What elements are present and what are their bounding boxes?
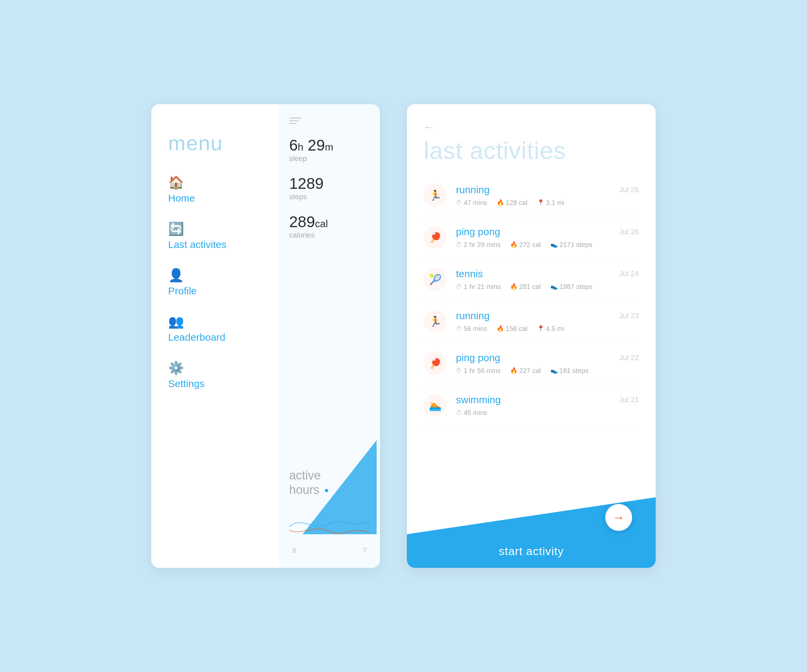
- steps-icon: 👟: [550, 367, 558, 374]
- activity-date: Jul 22: [619, 353, 639, 362]
- menu-section: menu 🏠 Home 🔄 Last activites 👤 Profile 👥…: [151, 104, 279, 568]
- activity-stats: ⏱ 56 mins 🔥 158 cal 📍 4.5 mi: [456, 325, 639, 333]
- calories-value: 289cal: [289, 214, 370, 230]
- chart-labels: 6 7: [289, 547, 370, 554]
- right-panel: ← last activities 🏃 running Jul 26 ⏱ 47 …: [407, 104, 656, 568]
- activity-icon-tennis: 🎾: [423, 268, 447, 291]
- home-icon: 🏠: [168, 175, 184, 190]
- sidebar-item-settings[interactable]: ⚙️ Settings: [168, 361, 262, 389]
- menu-title: menu: [168, 131, 262, 155]
- right-header: ← last activities: [407, 104, 656, 174]
- cal-icon: 🔥: [510, 283, 518, 290]
- activity-details: running Jul 23 ⏱ 56 mins 🔥 158 cal 📍 4.5…: [456, 310, 639, 333]
- left-panel: menu 🏠 Home 🔄 Last activites 👤 Profile 👥…: [151, 104, 380, 568]
- activity-date: Jul 21: [619, 396, 639, 404]
- start-activity-label: start activity: [499, 545, 563, 558]
- activity-details: swimming Jul 21 ⏱ 45 mins: [456, 394, 639, 417]
- cal-icon: 🔥: [496, 325, 504, 332]
- activity-name: ping pong: [456, 352, 500, 364]
- activity-item-pingpong-2[interactable]: 🏓 ping pong Jul 22 ⏱ 1 hr 56 mins 🔥 227 …: [423, 343, 639, 384]
- activity-item-running-1[interactable]: 🏃 running Jul 26 ⏱ 47 mins 🔥 128 cal 📍 3…: [423, 174, 639, 217]
- activity-date: Jul 26: [619, 227, 639, 236]
- activity-details: ping pong Jul 22 ⏱ 1 hr 56 mins 🔥 227 ca…: [456, 352, 639, 375]
- sidebar-item-label: Home: [168, 192, 195, 204]
- sleep-stat: 6h 29m sleep: [289, 137, 370, 163]
- activity-stats: ⏱ 47 mins 🔥 128 cal 📍 3.1 mi: [456, 199, 639, 207]
- activity-stats: ⏱ 1 hr 56 mins 🔥 227 cal 👟 181 steps: [456, 367, 639, 375]
- steps-icon: 👟: [550, 283, 558, 290]
- time-icon: ⏱: [456, 241, 462, 248]
- start-activity-overlay: → start activity: [407, 480, 656, 568]
- activity-icon-pingpong: 🏓: [423, 352, 447, 375]
- activity-date: Jul 23: [619, 311, 639, 320]
- sidebar-item-last-activities[interactable]: 🔄 Last activites: [168, 222, 262, 250]
- sidebar-item-label: Last activites: [168, 239, 226, 250]
- activity-details: tennis Jul 24 ⏱ 1 hr 21 mins 🔥 281 cal 👟…: [456, 268, 639, 291]
- dist-icon: 📍: [537, 325, 545, 332]
- time-icon: ⏱: [456, 199, 462, 206]
- stats-section: 6h 29m sleep 1289 steps 289cal calories …: [279, 104, 380, 568]
- cal-icon: 🔥: [510, 367, 518, 374]
- activity-name: swimming: [456, 394, 501, 406]
- sleep-label: sleep: [289, 154, 370, 163]
- leaderboard-icon: 👥: [168, 314, 184, 329]
- profile-icon: 👤: [168, 268, 184, 283]
- activity-stats: ⏱ 1 hr 21 mins 🔥 281 cal 👟 1987 steps: [456, 283, 639, 291]
- time-icon: ⏱: [456, 325, 462, 332]
- history-icon: 🔄: [168, 222, 184, 236]
- activity-icon-pingpong: 🏓: [423, 226, 447, 249]
- activity-item-pingpong-1[interactable]: 🏓 ping pong Jul 26 ⏱ 2 hr 29 mins 🔥 272 …: [423, 217, 639, 258]
- hamburger-icon[interactable]: [289, 118, 370, 124]
- sleep-value: 6h 29m: [289, 137, 370, 153]
- time-icon: ⏱: [456, 367, 462, 374]
- activity-name: running: [456, 184, 490, 195]
- cal-icon: 🔥: [496, 199, 504, 206]
- steps-value: 1289: [289, 176, 370, 191]
- sidebar-item-profile[interactable]: 👤 Profile: [168, 268, 262, 297]
- steps-label: steps: [289, 192, 370, 201]
- next-arrow-button[interactable]: →: [605, 504, 632, 531]
- activity-name: tennis: [456, 268, 483, 280]
- activity-stats: ⏱ 2 hr 29 mins 🔥 272 cal 👟 2171 steps: [456, 241, 639, 249]
- activity-details: ping pong Jul 26 ⏱ 2 hr 29 mins 🔥 272 ca…: [456, 226, 639, 249]
- sidebar-item-label: Profile: [168, 285, 197, 297]
- calories-stat: 289cal calories: [289, 214, 370, 240]
- cal-icon: 🔥: [510, 241, 518, 248]
- activity-name: running: [456, 310, 490, 321]
- activity-item-swimming[interactable]: 🏊 swimming Jul 21 ⏱ 45 mins: [423, 384, 639, 426]
- time-icon: ⏱: [456, 409, 462, 416]
- page-title: last activities: [423, 137, 639, 164]
- activity-date: Jul 24: [619, 270, 639, 278]
- sidebar-item-leaderboard[interactable]: 👥 Leaderboard: [168, 314, 262, 343]
- steps-stat: 1289 steps: [289, 176, 370, 201]
- active-hours-label: active hours: [289, 468, 370, 497]
- time-icon: ⏱: [456, 283, 462, 290]
- activity-item-running-2[interactable]: 🏃 running Jul 23 ⏱ 56 mins 🔥 158 cal 📍 4…: [423, 300, 639, 343]
- activity-item-tennis[interactable]: 🎾 tennis Jul 24 ⏱ 1 hr 21 mins 🔥 281 cal…: [423, 258, 639, 300]
- settings-icon: ⚙️: [168, 361, 184, 375]
- steps-icon: 👟: [550, 241, 558, 248]
- active-hours-section: active hours 6 7: [289, 252, 370, 554]
- activity-date: Jul 26: [619, 185, 639, 194]
- active-hours-dot: [325, 489, 328, 492]
- activity-details: running Jul 26 ⏱ 47 mins 🔥 128 cal 📍 3.1…: [456, 184, 639, 207]
- activity-stats: ⏱ 45 mins: [456, 409, 639, 417]
- dist-icon: 📍: [537, 199, 545, 206]
- activity-icon-running: 🏃: [423, 310, 447, 333]
- activity-name: ping pong: [456, 226, 500, 238]
- activity-icon-swimming: 🏊: [423, 394, 447, 417]
- sidebar-item-home[interactable]: 🏠 Home: [168, 175, 262, 204]
- chart-area: [289, 504, 370, 544]
- activity-chart: [289, 504, 370, 544]
- calories-label: calories: [289, 231, 370, 240]
- activity-icon-running: 🏃: [423, 184, 447, 207]
- back-button[interactable]: ←: [423, 121, 639, 133]
- sidebar-item-label: Settings: [168, 378, 204, 389]
- start-activity-button[interactable]: start activity: [407, 534, 656, 568]
- right-arrow-icon: →: [613, 510, 625, 525]
- sidebar-item-label: Leaderboard: [168, 332, 225, 343]
